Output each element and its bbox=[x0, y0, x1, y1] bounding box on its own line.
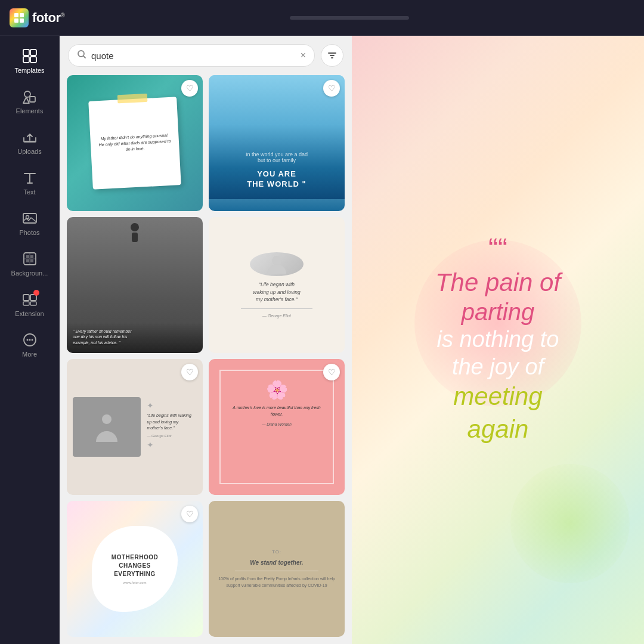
sidebar-label-uploads: Uploads bbox=[17, 148, 41, 155]
template-2-subtext: In the world you are a dadbut to our fam… bbox=[246, 151, 308, 163]
template-4-quote: "Life began withwaking up and lovingmy m… bbox=[253, 281, 300, 304]
sidebar-item-uploads[interactable]: Uploads bbox=[4, 123, 56, 161]
sidebar-item-extension[interactable]: Extension bbox=[4, 285, 56, 323]
sidebar-item-elements[interactable]: Elements bbox=[4, 82, 56, 120]
like-button-1[interactable]: ♡ bbox=[181, 80, 198, 97]
sidebar-label-elements: Elements bbox=[16, 107, 44, 114]
search-input-wrap: × bbox=[68, 44, 315, 67]
canvas-blob-green bbox=[510, 464, 630, 583]
templates-grid: My father didn't do anything unusual. He… bbox=[60, 75, 352, 644]
sidebar-item-text[interactable]: Text bbox=[4, 163, 56, 202]
svg-point-19 bbox=[31, 339, 33, 341]
logo-text: fotor® bbox=[32, 10, 64, 26]
template-6-quote: A mother's love is more beautiful than a… bbox=[229, 405, 324, 417]
template-card-6[interactable]: 🌸 A mother's love is more beautiful than… bbox=[209, 359, 345, 495]
quote-mark: ““ bbox=[488, 234, 507, 263]
more-icon bbox=[21, 332, 38, 348]
template-5-author: — George Eliot bbox=[147, 434, 193, 438]
main-content: Templates Elements Uploads bbox=[0, 36, 644, 644]
svg-rect-15 bbox=[30, 302, 36, 305]
top-bar-handle bbox=[290, 16, 409, 20]
canvas-line1: The pain of bbox=[435, 268, 561, 298]
top-bar: fotor® bbox=[0, 0, 644, 36]
search-bar: × bbox=[60, 36, 352, 75]
svg-rect-1 bbox=[30, 49, 36, 55]
svg-rect-14 bbox=[23, 302, 29, 305]
svg-rect-2 bbox=[23, 57, 29, 63]
svg-point-4 bbox=[24, 91, 30, 97]
like-button-2[interactable]: ♡ bbox=[323, 80, 340, 97]
template-7-blob: MOTHERHOODCHANGESEVERYTHING www.fotor.co… bbox=[92, 526, 178, 612]
like-button-7[interactable]: ♡ bbox=[181, 506, 198, 522]
svg-rect-12 bbox=[23, 295, 29, 301]
template-5-quote: "Life begins with waking up and loving m… bbox=[147, 413, 193, 432]
templates-icon bbox=[21, 48, 38, 64]
text-icon bbox=[21, 169, 38, 186]
template-7-text: MOTHERHOODCHANGESEVERYTHING bbox=[112, 553, 158, 578]
search-input[interactable] bbox=[91, 51, 296, 61]
filter-button[interactable] bbox=[321, 44, 343, 67]
canvas-area: ““ The pain of parting is nothing to the… bbox=[352, 36, 644, 644]
template-card-3[interactable]: " Every father should rememberone day hi… bbox=[67, 217, 203, 353]
template-3-text: " Every father should rememberone day hi… bbox=[73, 329, 197, 346]
svg-marker-6 bbox=[23, 97, 29, 103]
clear-search-button[interactable]: × bbox=[301, 50, 306, 61]
sidebar-item-background[interactable]: Backgroun... bbox=[4, 244, 56, 283]
sidebar-item-templates[interactable]: Templates bbox=[4, 42, 56, 80]
like-button-5[interactable]: ♡ bbox=[181, 364, 198, 380]
template-1-paper: My father didn't do anything unusual. He… bbox=[88, 97, 181, 190]
svg-point-18 bbox=[29, 339, 30, 341]
template-4-divider bbox=[241, 308, 312, 309]
template-2-text: YOU ARETHE WORLD " bbox=[247, 169, 306, 190]
template-5-photo bbox=[73, 397, 141, 457]
svg-point-17 bbox=[26, 339, 28, 341]
like-button-6[interactable]: ♡ bbox=[323, 364, 340, 380]
canvas-quote-container: ““ The pain of parting is nothing to the… bbox=[411, 210, 584, 470]
template-6-inner: 🌸 A mother's love is more beautiful than… bbox=[219, 370, 334, 484]
logo-trademark: ® bbox=[61, 11, 65, 18]
svg-rect-5 bbox=[30, 97, 35, 102]
template-6-author: — Diana Worden bbox=[262, 422, 292, 426]
elements-icon bbox=[21, 88, 38, 105]
sidebar-label-more: More bbox=[22, 351, 37, 358]
sidebar-label-photos: Photos bbox=[19, 229, 39, 236]
template-card-4[interactable]: "Life began withwaking up and lovingmy m… bbox=[209, 217, 345, 353]
template-8-text: 100% of profits from the Pretty Pomp Inf… bbox=[217, 576, 336, 589]
template-card-1[interactable]: My father didn't do anything unusual. He… bbox=[67, 75, 203, 211]
canvas-line6: again bbox=[435, 413, 561, 446]
extension-notification-dot bbox=[33, 290, 39, 296]
logo-icon bbox=[10, 8, 29, 27]
canvas-line3: is nothing to bbox=[435, 326, 561, 354]
template-4-author: — George Eliot bbox=[262, 314, 291, 318]
svg-point-21 bbox=[272, 256, 281, 265]
canvas-quote: The pain of parting is nothing to the jo… bbox=[435, 268, 561, 446]
template-card-8[interactable]: TO: We stand together. 100% of profits f… bbox=[209, 501, 345, 637]
template-8-tag: TO: bbox=[272, 549, 281, 555]
template-3-silhouette bbox=[131, 223, 139, 242]
canvas-line4: the joy of bbox=[435, 354, 561, 381]
template-card-7[interactable]: MOTHERHOODCHANGESEVERYTHING www.fotor.co… bbox=[67, 501, 203, 637]
sidebar: Templates Elements Uploads bbox=[0, 36, 60, 644]
svg-rect-7 bbox=[23, 213, 36, 223]
search-icon bbox=[77, 49, 86, 61]
template-1-text: My father didn't do anything unusual. He… bbox=[97, 132, 172, 154]
sidebar-label-text: Text bbox=[23, 188, 35, 196]
sidebar-item-more[interactable]: More bbox=[4, 326, 56, 364]
sidebar-label-extension: Extension bbox=[15, 310, 44, 317]
sidebar-label-background: Backgroun... bbox=[11, 270, 48, 277]
sidebar-item-photos[interactable]: Photos bbox=[4, 204, 56, 242]
template-8-title: We stand together. bbox=[250, 559, 303, 566]
svg-rect-3 bbox=[30, 57, 36, 63]
sidebar-label-templates: Templates bbox=[14, 67, 44, 74]
template-card-2[interactable]: In the world you are a dadbut to our fam… bbox=[209, 75, 345, 211]
extension-icon bbox=[21, 291, 38, 308]
logo: fotor® bbox=[10, 8, 64, 27]
template-card-5[interactable]: ✦ "Life begins with waking up and loving… bbox=[67, 359, 203, 495]
template-1-tape bbox=[117, 94, 148, 104]
templates-panel: × My father didn't do anything unusual. … bbox=[60, 36, 352, 644]
template-7-subtext: www.fotor.com bbox=[123, 581, 146, 584]
canvas-line5: meeting bbox=[435, 380, 561, 413]
top-bar-center bbox=[64, 16, 634, 20]
uploads-icon bbox=[21, 129, 38, 145]
svg-point-22 bbox=[102, 414, 112, 424]
